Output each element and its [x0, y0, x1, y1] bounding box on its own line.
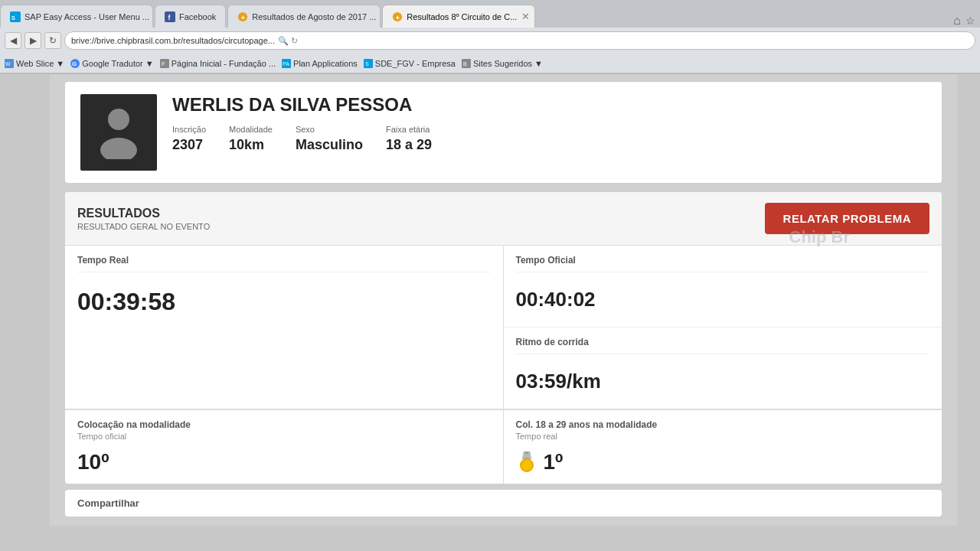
search-icon: 🔍	[278, 36, 289, 46]
share-label: Compartilhar	[77, 497, 139, 509]
timing-grid: Tempo Real 00:39:58 Tempo Oficial 00:40:…	[65, 246, 942, 409]
address-bar[interactable]: brive://brive.chipbrasil.com.br/resultad…	[64, 31, 975, 50]
bookmark-webslice[interactable]: W Web Slice ▼	[5, 59, 64, 68]
field-modalidade: Modalidade 10km	[229, 125, 273, 153]
results-section: RESULTADOS RESULTADO GERAL NO EVENTO REL…	[65, 192, 942, 484]
svg-text:S: S	[365, 61, 369, 67]
svg-point-21	[100, 138, 137, 159]
refresh-button[interactable]: ↻	[44, 32, 61, 49]
svg-text:S: S	[11, 14, 15, 21]
tempo-real-label: Tempo Real	[77, 255, 491, 272]
ritmo-label: Ritmo de corrida	[516, 337, 930, 354]
share-bar: Compartilhar	[65, 490, 942, 517]
tab-close-icon[interactable]: ✕	[521, 11, 530, 22]
home-icon[interactable]: ⌂	[953, 14, 961, 28]
tab-sap[interactable]: S SAP Easy Access - User Menu ...	[0, 5, 153, 28]
results-subtitle: RESULTADO GERAL NO EVENTO	[77, 222, 210, 231]
profile-avatar	[80, 94, 157, 171]
tab-bar: S SAP Easy Access - User Menu ... f Face…	[0, 0, 980, 28]
col-age-value: 1º	[516, 450, 930, 474]
svg-text:F: F	[162, 60, 165, 67]
bookmark-pagina-inicial[interactable]: F Página Inicial - Fundação ...	[160, 59, 276, 68]
back-button[interactable]: ◀	[5, 32, 21, 49]
tempo-oficial-label: Tempo Oficial	[516, 255, 930, 272]
field-faixa: Faixa etária 18 a 29	[386, 125, 432, 153]
left-sidebar	[0, 74, 50, 526]
avatar-silhouette	[96, 106, 142, 159]
bookmark-sites-sugeridos[interactable]: B Sites Sugeridos ▼	[462, 59, 543, 68]
profile-info: WERLIS DA SILVA PESSOA Inscrição 2307 Mo…	[172, 94, 926, 153]
results-header: RESULTADOS RESULTADO GERAL NO EVENTO REL…	[65, 192, 942, 246]
svg-text:✦: ✦	[240, 14, 246, 21]
tab-resultados-8[interactable]: ✦ Resultados 8º Circuito de C... ✕	[382, 5, 535, 28]
bookmarks-bar: W Web Slice ▼ G Google Tradutor ▼ F Pági…	[0, 54, 980, 73]
results-title-group: RESULTADOS RESULTADO GERAL NO EVENTO	[77, 207, 210, 231]
forward-button[interactable]: ▶	[24, 32, 41, 49]
svg-point-25	[521, 460, 532, 471]
colocacao-value: 10º	[77, 450, 491, 474]
tempo-real-value: 00:39:58	[77, 282, 491, 322]
svg-text:W: W	[5, 61, 11, 67]
bookmark-sde-fgv[interactable]: S SDE_FGV - Empresa	[364, 59, 456, 68]
tab-facebook[interactable]: f Facebook	[155, 5, 226, 28]
bookmark-plan-applications[interactable]: PA Plan Applications	[282, 59, 358, 68]
colocacao-cell: Colocação na modalidade Tempo oficial 10…	[65, 409, 504, 484]
profile-name: WERLIS DA SILVA PESSOA	[172, 94, 926, 116]
results-title: RESULTADOS	[77, 207, 210, 220]
field-sexo: Sexo Masculino	[296, 125, 363, 153]
svg-text:✦: ✦	[395, 14, 400, 21]
ritmo-value: 03:59/km	[516, 364, 930, 399]
right-col: Tempo Oficial 00:40:02 Ritmo de corrida …	[504, 246, 942, 409]
medal-icon	[516, 452, 537, 473]
tempo-oficial-value: 00:40:02	[516, 282, 930, 318]
colocacao-label: Colocação na modalidade	[77, 419, 491, 430]
star-icon[interactable]: ☆	[965, 15, 975, 27]
tab-resultados-2017[interactable]: ✦ Resultados de Agosto de 2017 ...	[227, 5, 381, 28]
ritmo-cell: Ritmo de corrida 03:59/km	[504, 328, 942, 409]
bookmark-google-translate[interactable]: G Google Tradutor ▼	[70, 59, 153, 68]
tempo-oficial-cell: Tempo Oficial 00:40:02	[504, 246, 942, 328]
svg-text:f: f	[168, 13, 170, 21]
report-problem-button[interactable]: RELATAR PROBLEMA	[765, 203, 929, 234]
profile-card: WERLIS DA SILVA PESSOA Inscrição 2307 Mo…	[65, 82, 942, 183]
svg-text:PA: PA	[283, 61, 289, 67]
svg-text:G: G	[72, 60, 77, 67]
refresh-small-icon: ↻	[291, 36, 298, 46]
svg-point-20	[108, 109, 129, 130]
browser-chrome: S SAP Easy Access - User Menu ... f Face…	[0, 0, 980, 74]
right-sidebar	[957, 74, 980, 526]
colocacao-sublabel: Tempo oficial	[77, 432, 491, 441]
profile-fields: Inscrição 2307 Modalidade 10km Sexo Masc…	[172, 125, 926, 153]
col-age-sublabel: Tempo real	[516, 432, 930, 441]
svg-text:B: B	[463, 61, 467, 67]
ranking-grid: Colocação na modalidade Tempo oficial 10…	[65, 409, 942, 484]
col-age-label: Col. 18 a 29 anos na modalidade	[516, 419, 930, 430]
field-inscricao: Inscrição 2307	[172, 125, 206, 153]
nav-bar: ◀ ▶ ↻ brive://brive.chipbrasil.com.br/re…	[0, 28, 980, 54]
main-content: Chip Br WERLIS DA SILVA PESSOA Inscrição…	[50, 74, 957, 526]
col-age-cell: Col. 18 a 29 anos na modalidade Tempo re…	[504, 409, 942, 484]
tempo-real-cell: Tempo Real 00:39:58	[65, 246, 504, 409]
